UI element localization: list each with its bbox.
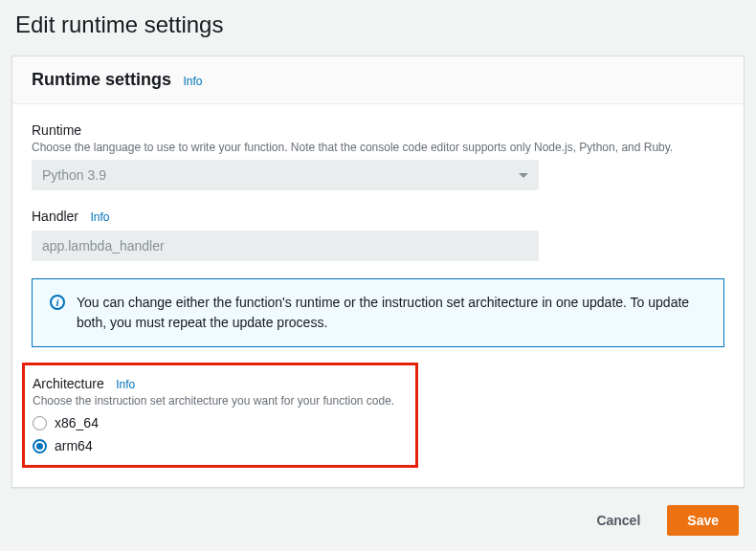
panel-header: Runtime settings Info	[12, 56, 744, 104]
runtime-label: Runtime	[32, 122, 81, 138]
info-icon: i	[50, 295, 65, 310]
architecture-radio-arm64-label: arm64	[55, 438, 93, 453]
footer-buttons: Cancel Save	[11, 505, 745, 536]
handler-input-value: app.lambda_handler	[42, 238, 165, 253]
radio-icon	[33, 439, 47, 453]
runtime-description: Choose the language to use to write your…	[32, 141, 724, 154]
architecture-info-link[interactable]: Info	[116, 378, 135, 391]
handler-field: Handler Info app.lambda_handler	[32, 208, 724, 261]
handler-label: Handler	[32, 209, 78, 224]
cancel-button[interactable]: Cancel	[579, 505, 657, 536]
radio-icon	[33, 416, 47, 430]
page-title: Edit runtime settings	[15, 11, 745, 38]
architecture-radio-x86[interactable]: x86_64	[33, 415, 408, 430]
architecture-description: Choose the instruction set architecture …	[33, 394, 408, 408]
save-button[interactable]: Save	[667, 505, 739, 536]
panel-header-info-link[interactable]: Info	[183, 75, 202, 88]
architecture-radio-arm64[interactable]: arm64	[33, 438, 408, 453]
info-alert: i You can change either the function's r…	[32, 278, 724, 347]
handler-info-link[interactable]: Info	[90, 210, 109, 224]
handler-input[interactable]: app.lambda_handler	[32, 231, 539, 261]
architecture-label: Architecture	[33, 376, 104, 391]
panel-body: Runtime Choose the language to use to wr…	[12, 104, 744, 487]
architecture-radio-x86-label: x86_64	[55, 415, 99, 430]
runtime-select[interactable]: Python 3.9	[32, 160, 539, 190]
runtime-select-value: Python 3.9	[42, 167, 106, 183]
info-alert-text: You can change either the function's run…	[77, 293, 706, 333]
radio-dot-icon	[36, 443, 43, 450]
chevron-down-icon	[519, 173, 528, 178]
runtime-settings-panel: Runtime settings Info Runtime Choose the…	[11, 55, 745, 488]
architecture-highlight: Architecture Info Choose the instruction…	[22, 363, 418, 468]
panel-header-title: Runtime settings	[32, 70, 171, 89]
runtime-field: Runtime Choose the language to use to wr…	[32, 121, 724, 190]
